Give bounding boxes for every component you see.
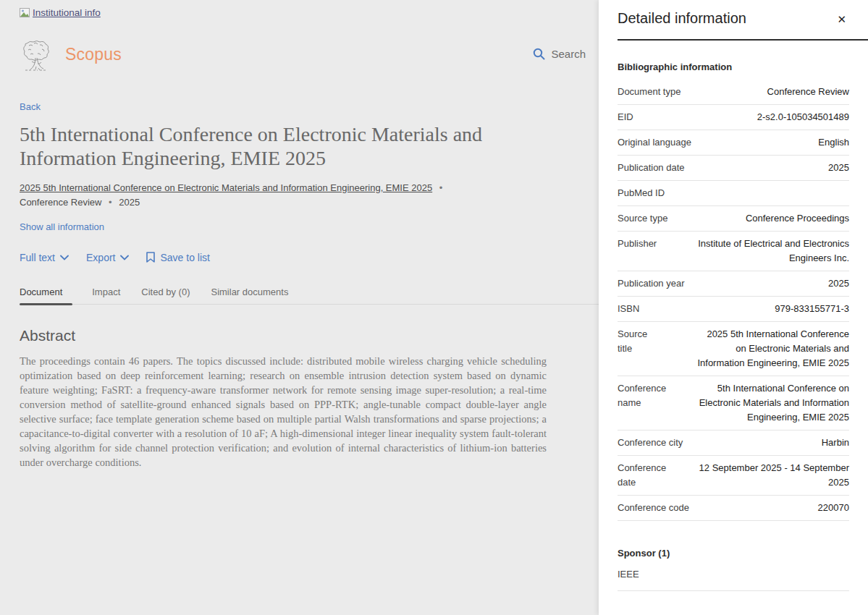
meta-bullet: • [109,197,112,208]
row-value: 2025 [828,161,849,175]
export-dropdown[interactable]: Export [86,252,129,263]
back-link[interactable]: Back [20,101,41,112]
meta-bullet: • [439,182,443,193]
search-icon [533,48,545,60]
row-label: Publication year [618,276,685,291]
abstract-text: The proceedings contain 46 papers. The t… [20,354,547,470]
row-label: Conference name [618,381,666,410]
export-label: Export [86,252,115,263]
row-label: PubMed ID [618,186,665,200]
full-text-label: Full text [20,252,55,263]
bibliographic-row: Conference date 12 September 2025 - 14 S… [618,456,849,496]
row-label: Publisher [618,237,657,251]
row-label: Original language [618,135,691,150]
row-value: 979-833155771-3 [775,302,849,316]
action-bar: Full text Export Save to list [20,252,599,263]
bibliographic-row: EID 2-s2.0-105034501489 [618,105,849,130]
institutional-info-label: Institutional info [33,7,101,18]
tab-document[interactable]: Document [20,287,72,304]
bibliographic-row: ISBN 979-833155771-3 [618,297,849,322]
sponsor-item: IEEE [618,568,849,591]
sponsor-section-heading: Sponsor (1) [618,548,849,559]
search-label: Search [551,48,586,60]
bibliographic-row: Publisher Institute of Electrical and El… [618,232,849,271]
page-title: 5th International Conference on Electron… [20,122,501,170]
bibliographic-row: Conference code 220070 [618,496,849,521]
bibliographic-section-heading: Bibliographic information [618,62,849,72]
row-value: 2025 [828,276,849,291]
abstract-heading: Abstract [20,327,599,344]
panel-header: Detailed information ✕ [618,0,849,27]
row-value: 2-s2.0-105034501489 [757,110,849,124]
row-value: 220070 [818,501,849,515]
scopus-wordmark: Scopus [65,45,122,64]
row-label: Conference code [618,501,689,515]
sponsor-list: IEEE [618,568,849,591]
document-page: Institutional info Scopus Search [0,0,599,615]
row-value: Conference Review [767,85,849,99]
panel-divider [618,39,868,41]
row-label: Document type [618,85,681,99]
row-label: Publication date [618,161,685,175]
row-label: EID [618,110,633,124]
elsevier-tree-logo [20,39,54,71]
close-icon[interactable]: ✕ [834,11,849,27]
row-label: Source type [618,211,667,226]
bibliographic-row: PubMed ID [618,181,849,206]
document-meta: 2025 5th International Conference on Ele… [20,181,494,210]
row-value: Harbin [822,436,849,450]
tab-bar: DocumentImpactCited by (0)Similar docume… [20,287,599,305]
save-to-list-button[interactable]: Save to list [146,252,209,263]
institutional-info-link[interactable]: Institutional info [20,7,101,18]
row-value: 12 September 2025 - 14 September 2025 [694,461,849,490]
broken-image-icon [20,8,31,18]
row-label: ISBN [618,302,639,316]
row-label: Conference date [618,461,666,490]
row-value: 2025 5th International Conference on Ele… [694,327,849,370]
row-value: 5th International Conference on Electron… [694,381,849,425]
bibliographic-row: Source title 2025 5th International Conf… [618,322,849,376]
bibliographic-row: Conference name 5th International Confer… [618,376,849,430]
search-button[interactable]: Search [533,48,586,60]
row-value: Conference Proceedings [746,211,849,226]
source-title-link[interactable]: 2025 5th International Conference on Ele… [20,182,432,193]
show-all-information-link[interactable]: Show all information [20,221,104,232]
bookmark-icon [146,252,155,263]
institutional-row: Institutional info [20,7,599,21]
chevron-down-icon [60,255,69,260]
row-value: English [818,135,849,150]
panel-title: Detailed information [618,10,746,27]
tab-similar-documents[interactable]: Similar documents [211,287,290,304]
bibliographic-row: Conference city Harbin [618,430,849,456]
app-root: Institutional info Scopus Search [0,0,868,615]
bibliographic-rows: Document type Conference Review EID 2-s2… [618,80,849,521]
document-type-text: Conference Review [20,197,101,208]
bibliographic-row: Publication year 2025 [618,271,849,297]
tab-impact[interactable]: Impact [92,287,122,304]
tab-cited-by-0[interactable]: Cited by (0) [141,287,191,304]
row-label: Conference city [618,436,683,450]
bibliographic-row: Original language English [618,130,849,156]
detailed-information-panel: Detailed information ✕ Bibliographic inf… [599,0,868,615]
logo-row: Scopus [20,39,599,71]
row-label: Source title [618,327,647,356]
save-to-list-label: Save to list [160,252,209,263]
chevron-down-icon [120,255,129,260]
bibliographic-row: Publication date 2025 [618,156,849,181]
document-year-text: 2025 [119,197,140,208]
bibliographic-row: Source type Conference Proceedings [618,206,849,232]
full-text-dropdown[interactable]: Full text [20,252,69,263]
bibliographic-row: Document type Conference Review [618,80,849,105]
row-value: Institute of Electrical and Electronics … [694,237,849,266]
